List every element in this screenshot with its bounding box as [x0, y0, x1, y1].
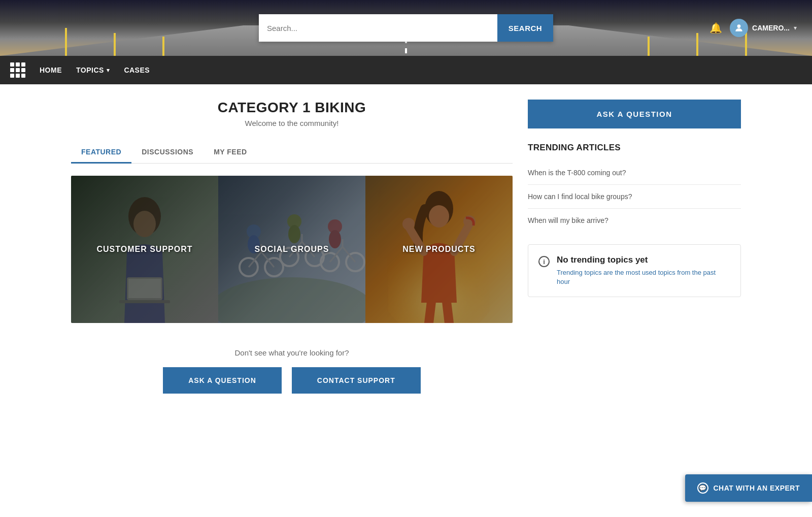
grid-icon[interactable]	[10, 62, 25, 78]
top-right-area: 🔔 CAMERO... ▾	[708, 19, 797, 37]
search-bar: SEARCH	[259, 14, 553, 42]
list-item[interactable]: When is the T-800 coming out?	[528, 161, 741, 185]
card-overlay-1: CUSTOMER SUPPORT	[71, 176, 218, 323]
trending-topics-content: No trending topics yet Trending topics a…	[557, 255, 730, 286]
hero-banner: SEARCH 🔔 CAMERO... ▾	[0, 0, 812, 56]
page-title: CATEGORY 1 BIKING	[71, 100, 513, 116]
navbar: HOME TOPICS ▾ CASES	[0, 56, 812, 84]
trending-articles-title: TRENDING ARTICLES	[528, 143, 741, 153]
card-new-products[interactable]: NEW PRODUCTS	[365, 176, 513, 323]
right-panel: ASK A QUESTION TRENDING ARTICLES When is…	[528, 100, 741, 394]
page-subtitle: Welcome to the community!	[71, 119, 513, 127]
card-overlay-3: NEW PRODUCTS	[365, 176, 513, 323]
main-content: CATEGORY 1 BIKING Welcome to the communi…	[61, 84, 751, 424]
tab-discussions[interactable]: DISCUSSIONS	[131, 142, 204, 164]
ask-question-bottom-button[interactable]: ASK A QUESTION	[163, 367, 282, 394]
featured-cards: CUSTOMER SUPPORT	[71, 176, 513, 323]
trending-articles-list: When is the T-800 coming out? How can I …	[528, 161, 741, 232]
category-title-section: CATEGORY 1 BIKING Welcome to the communi…	[71, 100, 513, 127]
nav-home[interactable]: HOME	[40, 64, 62, 76]
nav-topics[interactable]: TOPICS ▾	[76, 64, 110, 76]
trending-topics-box: i No trending topics yet Trending topics…	[528, 244, 741, 297]
trending-article-link-1[interactable]: When is the T-800 coming out?	[528, 169, 626, 177]
left-panel: CATEGORY 1 BIKING Welcome to the communi…	[71, 100, 513, 394]
card-label-3: NEW PRODUCTS	[402, 245, 476, 254]
tab-featured[interactable]: FEATURED	[71, 142, 131, 164]
tab-my-feed[interactable]: MY FEED	[204, 142, 257, 164]
topics-chevron-icon: ▾	[107, 67, 110, 74]
user-area[interactable]: CAMERO... ▾	[730, 19, 797, 37]
tabs-container: FEATURED DISCUSSIONS MY FEED	[71, 142, 513, 164]
search-input[interactable]	[259, 14, 497, 42]
card-social-groups[interactable]: SOCIAL GROUPS	[218, 176, 365, 323]
trending-article-link-3[interactable]: When will my bike arrive?	[528, 216, 608, 224]
avatar	[730, 19, 748, 37]
card-overlay-2: SOCIAL GROUPS	[218, 176, 365, 323]
bottom-action: Don't see what you're looking for? ASK A…	[71, 348, 513, 394]
card-label-1: CUSTOMER SUPPORT	[96, 245, 192, 254]
nav-cases[interactable]: CASES	[124, 64, 150, 76]
bell-icon[interactable]: 🔔	[708, 21, 723, 35]
card-customer-support[interactable]: CUSTOMER SUPPORT	[71, 176, 218, 323]
bottom-buttons: ASK A QUESTION CONTACT SUPPORT	[71, 367, 513, 394]
user-name-label: CAMERO...	[752, 24, 790, 32]
trending-topics-title: No trending topics yet	[557, 255, 730, 265]
trending-article-link-2[interactable]: How can I find local bike groups?	[528, 192, 632, 201]
list-item[interactable]: When will my bike arrive?	[528, 209, 741, 232]
bottom-action-text: Don't see what you're looking for?	[71, 348, 513, 357]
svg-point-0	[737, 24, 741, 28]
trending-topics-desc: Trending topics are the most used topics…	[557, 268, 730, 286]
card-label-2: SOCIAL GROUPS	[255, 245, 329, 254]
list-item[interactable]: How can I find local bike groups?	[528, 185, 741, 209]
search-button[interactable]: SEARCH	[497, 14, 553, 42]
chevron-down-icon: ▾	[794, 24, 797, 31]
ask-question-sidebar-button[interactable]: ASK A QUESTION	[528, 100, 741, 128]
info-icon: i	[538, 256, 550, 267]
contact-support-button[interactable]: CONTACT SUPPORT	[292, 367, 421, 394]
